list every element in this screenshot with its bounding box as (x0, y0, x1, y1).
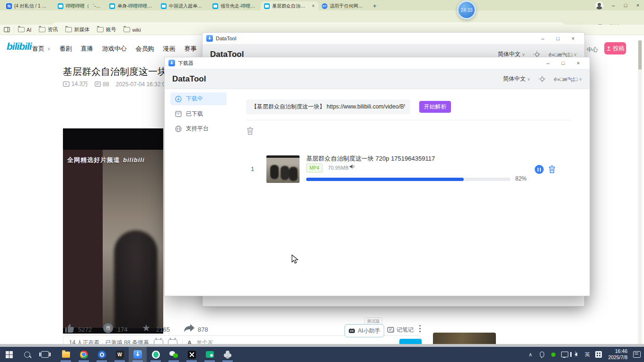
browser-tab-danshen[interactable]: 单身-哔哩哔哩_bilibili (106, 1, 158, 10)
folder-icon (65, 27, 72, 32)
browser-tab-zhongguo[interactable]: 中国进入超单身时代_ (158, 1, 209, 10)
bilibili-logo[interactable]: bilibili (7, 41, 32, 52)
browser-tab-active[interactable]: 基层群众自治制度 × (261, 1, 318, 10)
new-tab-button[interactable]: + (370, 1, 379, 10)
bookmark-folder-zixun[interactable]: 资讯 (35, 25, 62, 35)
chrome-button[interactable] (75, 347, 93, 362)
bookmark-label: 账号 (106, 26, 116, 33)
flower-app-button[interactable] (219, 347, 237, 362)
ai-assistant-button[interactable]: AI小助手 (344, 324, 384, 337)
view-count: 14.3万 (63, 80, 88, 88)
downloader-titlebar[interactable]: 下载器 – □ × (165, 57, 590, 69)
share-button[interactable] (184, 324, 195, 335)
player-app-button[interactable] (93, 347, 111, 362)
screen: 知 (4 封私信 / 1 条消息) 哔哩哔哩（゜-゜）つロ 单身-哔哩哔哩_bi… (0, 0, 644, 362)
ime-indicator[interactable]: 英 (582, 347, 592, 362)
language-selector[interactable]: 简体中文∨ (503, 75, 530, 83)
bookmark-folder-zhanghao[interactable]: 账号 (93, 25, 120, 35)
capcut-button[interactable] (183, 347, 201, 362)
nav-bangumi[interactable]: 番剧 (60, 45, 72, 53)
clear-list-trash-icon[interactable] (246, 127, 254, 136)
tray-date: 2025/7/8 (608, 354, 627, 361)
notification-center-icon[interactable] (632, 347, 642, 362)
wechat-button[interactable] (165, 347, 183, 362)
audio-icon (349, 163, 355, 170)
wps-button[interactable]: W (111, 347, 129, 362)
nav-live[interactable]: 直播 (81, 45, 93, 53)
profile-avatar[interactable] (595, 1, 603, 9)
microphone-icon[interactable] (537, 347, 547, 362)
take-notes-button[interactable]: 记笔记 (387, 326, 414, 334)
nav-center-partial[interactable]: 中心 (587, 46, 598, 54)
tab-label: 基层群众自治制度 (272, 3, 309, 9)
browser-toolbar: ← → ↻ ⌂ bilibili.com/video/BV19T3EzDEU4/… (0, 10, 644, 25)
browser-maximize-button[interactable]: □ (619, 0, 632, 10)
like-button[interactable] (64, 323, 75, 335)
maximize-button[interactable]: □ (550, 33, 565, 44)
downloader-window-title: 下载器 (178, 60, 194, 67)
page-scrollbar[interactable] (638, 40, 642, 344)
browser-tab-lingdao[interactable]: 领导先走-哔哩哔哩_b (209, 1, 261, 10)
bookmark-folder-ai[interactable]: AI (14, 25, 35, 35)
browser-close-button[interactable]: × (632, 0, 644, 10)
browser-tab-zhihu[interactable]: 知 (4 封私信 / 1 条消息) (3, 1, 54, 10)
theme-mode-selector[interactable]: é»□æ'ªç¦□∨ (554, 76, 582, 82)
video-player[interactable]: 全网精选好片频道bilibili (63, 128, 163, 334)
video-url-input[interactable] (246, 100, 410, 114)
maximize-button[interactable]: □ (556, 58, 571, 68)
browser-minimize-button[interactable]: – (607, 0, 619, 10)
close-button[interactable]: × (565, 33, 581, 44)
nav-manga[interactable]: 漫画 (163, 45, 176, 53)
player-bilibili-logo: bilibili (123, 156, 145, 163)
bookmark-folder-wiki[interactable]: wiki (120, 25, 144, 35)
datatool-taskbar-button[interactable] (129, 347, 147, 362)
browser-tab-bilibili-home[interactable]: 哔哩哔哩（゜-゜）つロ (54, 1, 106, 10)
sidebar-item-downloaded[interactable]: 已下载 (170, 108, 227, 120)
side-panel-icon[interactable] (0, 26, 14, 34)
display-icon[interactable] (559, 347, 570, 362)
volume-icon[interactable] (571, 347, 581, 362)
bilibili-favicon (161, 3, 167, 9)
upload-button[interactable]: 投稿 (604, 42, 626, 54)
tab-close-icon[interactable]: × (311, 3, 315, 9)
tray-wechat-icon[interactable] (548, 347, 558, 362)
green-app-button[interactable] (147, 347, 165, 362)
browser-window-controls: – □ × (595, 0, 644, 10)
coin-button[interactable]: 币 (103, 323, 113, 333)
nav-esports[interactable]: 赛事 (185, 45, 197, 53)
share-icon (184, 324, 195, 333)
start-parse-button[interactable]: 开始解析 (419, 101, 451, 113)
taskbar-search-button[interactable] (18, 347, 36, 362)
downloader-header: DataTool 简体中文∨ é»□æ'ªç¦□∨ (165, 69, 590, 89)
pause-button[interactable] (535, 165, 544, 174)
close-button[interactable]: × (571, 58, 586, 68)
file-explorer-button[interactable] (57, 347, 75, 362)
tray-expand-icon[interactable]: ∧ (525, 347, 536, 362)
theme-sun-icon[interactable] (539, 76, 546, 82)
sidebar-item-downloading[interactable]: 下载中 (170, 92, 227, 105)
chrome-icon (80, 351, 88, 359)
taskbar-clock[interactable]: 16:46 2025/7/8 (605, 348, 631, 361)
theme-mode-selector[interactable]: é»□æ'ªç¦□∨ (549, 52, 577, 57)
nav-vip-shop[interactable]: 会员购 (136, 45, 154, 53)
start-button[interactable] (0, 347, 18, 362)
floating-timer-widget[interactable]: 24:33 (457, 0, 476, 19)
delete-item-trash-icon[interactable] (548, 165, 556, 176)
downloader-app-icon (168, 60, 175, 66)
bookmark-folder-xinmeiti[interactable]: 新媒体 (62, 25, 93, 35)
nav-game-center[interactable]: 游戏中心 (102, 45, 127, 53)
datatool-titlebar[interactable]: DataTool – □ × (203, 33, 584, 45)
browser-tab-extension[interactable]: DT 适用于任何网站的快速 (318, 1, 370, 10)
minimize-button[interactable]: – (540, 58, 556, 68)
nav-home[interactable]: 首页∨ (32, 45, 51, 53)
favorite-star-icon[interactable]: ★ (142, 322, 150, 334)
more-options-icon[interactable] (419, 325, 421, 326)
task-view-button[interactable] (36, 347, 54, 362)
share-count: 878 (198, 326, 208, 333)
page-scrollbar-thumb[interactable] (638, 40, 642, 70)
minimize-button[interactable]: – (535, 33, 550, 44)
bilibili-favicon (212, 3, 218, 9)
meeting-app-button[interactable] (201, 347, 219, 362)
sidebar-item-supported-platforms[interactable]: 支持平台 (170, 122, 227, 135)
ime-grid-icon[interactable] (593, 347, 604, 362)
